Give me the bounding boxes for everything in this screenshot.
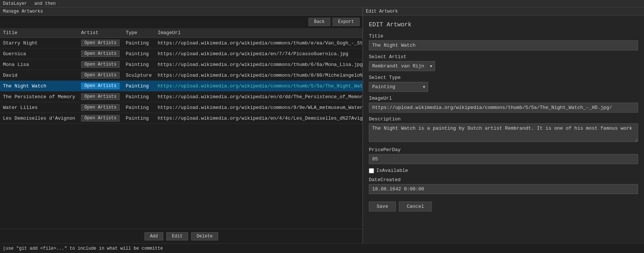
cell-url: https://upload.wikimedia.org/wikipedia/c… bbox=[155, 102, 363, 113]
cell-url: https://upload.wikimedia.org/wikipedia/e… bbox=[155, 49, 363, 59]
artworks-table: Title Artist Type ImageUrl Starry NightO… bbox=[0, 28, 363, 124]
cell-title: The Night Watch bbox=[0, 81, 78, 91]
col-header-artist: Artist bbox=[78, 28, 123, 38]
table-row[interactable]: The Persistence of MemoryOpen ArtistsPai… bbox=[0, 91, 363, 102]
main-area: Manage Artworks Back Export Title Artist… bbox=[0, 7, 644, 243]
artworks-table-container: Title Artist Type ImageUrl Starry NightO… bbox=[0, 28, 363, 229]
col-header-title: Title bbox=[0, 28, 78, 38]
top-bar: DataLayer and then bbox=[0, 0, 644, 7]
title-group: Title bbox=[369, 33, 638, 50]
cell-type: Painting bbox=[123, 49, 154, 59]
isavailable-checkbox[interactable] bbox=[369, 168, 374, 173]
cell-artist: Open Artists bbox=[78, 38, 123, 49]
description-textarea[interactable]: The Night Watch is a painting by Dutch a… bbox=[369, 123, 638, 142]
type-select-container: PaintingSculptureDrawingPhotography ▼ bbox=[369, 82, 428, 92]
price-input[interactable] bbox=[369, 154, 638, 164]
type-label: Select Type bbox=[369, 75, 638, 80]
cell-type: Painting bbox=[123, 91, 154, 102]
table-row[interactable]: Les Demoiselles d'AvignonOpen ArtistsPai… bbox=[0, 113, 363, 124]
artist-badge: Open Artists bbox=[81, 50, 120, 57]
artist-select-container: Rembrandt van RijnVincent van GoghPablo … bbox=[369, 61, 435, 71]
artist-badge: Open Artists bbox=[81, 93, 120, 100]
datecreated-input[interactable] bbox=[369, 184, 638, 194]
cell-title: David bbox=[0, 70, 78, 81]
imageurl-input[interactable] bbox=[369, 103, 638, 113]
form-actions: Save Cancel bbox=[369, 202, 638, 212]
datecreated-label: DateCreated bbox=[369, 177, 638, 183]
top-bar-text1: DataLayer bbox=[3, 1, 27, 6]
cell-type: Sculpture bbox=[123, 70, 154, 81]
cell-url: https://upload.wikimedia.org/wikipedia/c… bbox=[155, 59, 363, 70]
edit-artwork-panel-title: Edit Artwork bbox=[363, 7, 644, 16]
export-button[interactable]: Export bbox=[333, 18, 360, 26]
isavailable-label: IsAvailable bbox=[376, 168, 408, 173]
cell-title: Mona Lisa bbox=[0, 59, 78, 70]
cell-type: Painting bbox=[123, 113, 154, 124]
cell-artist: Open Artists bbox=[78, 91, 123, 102]
cell-url: https://upload.wikimedia.org/wikipedia/c… bbox=[155, 81, 363, 91]
status-text: (use "git add <file>..." to include in w… bbox=[3, 246, 163, 251]
artist-badge: Open Artists bbox=[81, 104, 120, 111]
right-panel: Edit Artwork EDIT Artwork Title Select A… bbox=[363, 7, 644, 243]
col-header-url: ImageUrl bbox=[155, 28, 363, 38]
table-row[interactable]: DavidOpen ArtistsSculpturehttps://upload… bbox=[0, 70, 363, 81]
table-row[interactable]: Water LiliesOpen ArtistsPaintinghttps://… bbox=[0, 102, 363, 113]
cell-artist: Open Artists bbox=[78, 49, 123, 59]
artist-select[interactable]: Rembrandt van RijnVincent van GoghPablo … bbox=[369, 61, 435, 71]
bottom-toolbar: Add Edit Delete bbox=[0, 229, 363, 243]
cell-type: Painting bbox=[123, 59, 154, 70]
imageurl-group: ImageUrl bbox=[369, 96, 638, 113]
col-header-type: Type bbox=[123, 28, 154, 38]
cell-url: https://upload.wikimedia.org/wikipedia/c… bbox=[155, 38, 363, 49]
edit-form: EDIT Artwork Title Select Artist Rembran… bbox=[363, 16, 644, 217]
table-header-row: Title Artist Type ImageUrl bbox=[0, 28, 363, 38]
artist-group: Select Artist Rembrandt van RijnVincent … bbox=[369, 54, 638, 71]
table-body: Starry NightOpen ArtistsPaintinghttps://… bbox=[0, 38, 363, 124]
status-bar: (use "git add <file>..." to include in w… bbox=[0, 243, 644, 253]
title-input[interactable] bbox=[369, 40, 638, 50]
description-label: Description bbox=[369, 116, 638, 122]
cancel-button[interactable]: Cancel bbox=[399, 202, 432, 212]
artist-label: Select Artist bbox=[369, 54, 638, 60]
artist-badge: Open Artists bbox=[81, 40, 120, 46]
table-row[interactable]: Starry NightOpen ArtistsPaintinghttps://… bbox=[0, 38, 363, 49]
back-button[interactable]: Back bbox=[308, 18, 330, 26]
top-bar-text2: and then bbox=[34, 1, 56, 6]
artist-badge: Open Artists bbox=[81, 83, 120, 89]
add-button[interactable]: Add bbox=[144, 232, 164, 240]
price-group: PricePerDay bbox=[369, 147, 638, 164]
cell-artist: Open Artists bbox=[78, 59, 123, 70]
delete-button[interactable]: Delete bbox=[191, 232, 218, 240]
cell-url: https://upload.wikimedia.org/wikipedia/e… bbox=[155, 91, 363, 102]
cell-type: Painting bbox=[123, 102, 154, 113]
type-select[interactable]: PaintingSculptureDrawingPhotography bbox=[369, 82, 428, 92]
cell-artist: Open Artists bbox=[78, 81, 123, 91]
cell-title: Starry Night bbox=[0, 38, 78, 49]
cell-artist: Open Artists bbox=[78, 102, 123, 113]
left-panel: Manage Artworks Back Export Title Artist… bbox=[0, 7, 363, 243]
table-row[interactable]: GuernicaOpen ArtistsPaintinghttps://uplo… bbox=[0, 49, 363, 59]
edit-button[interactable]: Edit bbox=[166, 232, 188, 240]
datecreated-group: DateCreated bbox=[369, 177, 638, 194]
cell-artist: Open Artists bbox=[78, 113, 123, 124]
artist-badge: Open Artists bbox=[81, 72, 120, 79]
title-label: Title bbox=[369, 33, 638, 39]
price-label: PricePerDay bbox=[369, 147, 638, 153]
manage-artworks-title: Manage Artworks bbox=[0, 7, 363, 16]
save-button[interactable]: Save bbox=[369, 202, 396, 212]
table-row[interactable]: The Night WatchOpen ArtistsPaintinghttps… bbox=[0, 81, 363, 91]
cell-title: Les Demoiselles d'Avignon bbox=[0, 113, 78, 124]
description-group: Description The Night Watch is a paintin… bbox=[369, 116, 638, 143]
cell-type: Painting bbox=[123, 38, 154, 49]
toolbar: Back Export bbox=[0, 16, 363, 28]
cell-title: Water Lilies bbox=[0, 102, 78, 113]
cell-title: Guernica bbox=[0, 49, 78, 59]
table-row[interactable]: Mona LisaOpen ArtistsPaintinghttps://upl… bbox=[0, 59, 363, 70]
artist-badge: Open Artists bbox=[81, 115, 120, 121]
cell-artist: Open Artists bbox=[78, 70, 123, 81]
cell-url: https://upload.wikimedia.org/wikipedia/e… bbox=[155, 113, 363, 124]
cell-type: Painting bbox=[123, 81, 154, 91]
imageurl-label: ImageUrl bbox=[369, 96, 638, 101]
cell-title: The Persistence of Memory bbox=[0, 91, 78, 102]
isavailable-group: IsAvailable bbox=[369, 168, 638, 173]
